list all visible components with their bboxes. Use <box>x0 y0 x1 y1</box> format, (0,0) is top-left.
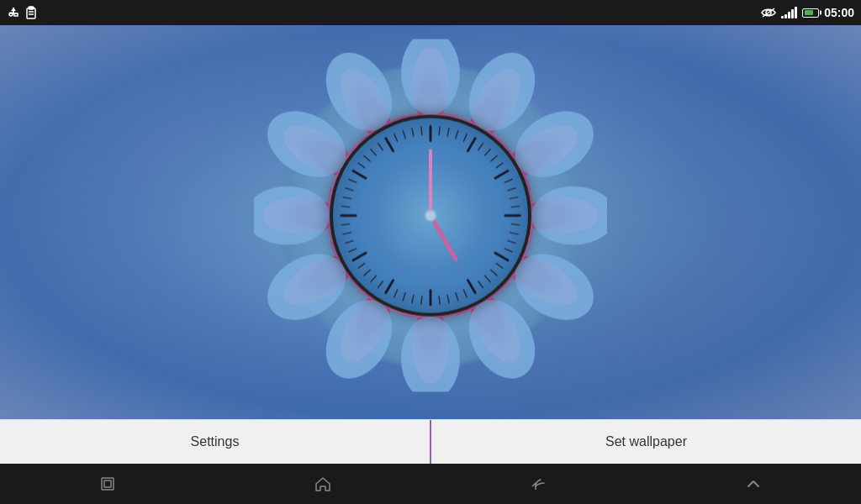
set-wallpaper-label: Set wallpaper <box>605 434 687 449</box>
svg-line-54 <box>485 149 490 155</box>
clock-face <box>330 114 531 316</box>
svg-line-50 <box>447 128 449 135</box>
svg-line-83 <box>343 232 351 234</box>
svg-rect-6 <box>27 8 35 18</box>
svg-line-82 <box>346 240 353 243</box>
back-icon <box>529 475 547 493</box>
svg-line-67 <box>485 276 490 281</box>
svg-line-68 <box>478 281 483 287</box>
svg-line-58 <box>508 187 515 190</box>
svg-line-75 <box>403 292 405 300</box>
svg-line-80 <box>358 263 365 268</box>
svg-line-86 <box>343 197 351 198</box>
svg-line-71 <box>447 295 449 302</box>
app-container: 05:00 <box>0 0 861 504</box>
settings-button[interactable]: Settings <box>0 420 430 464</box>
up-button[interactable] <box>733 467 774 501</box>
svg-line-42 <box>467 280 475 292</box>
svg-rect-100 <box>102 478 114 490</box>
svg-line-38 <box>467 138 475 150</box>
svg-line-95 <box>412 128 414 135</box>
battery-icon <box>802 8 819 18</box>
home-icon <box>314 475 332 493</box>
svg-line-48 <box>386 138 394 150</box>
clock-ring <box>330 114 531 316</box>
status-right-icons: 05:00 <box>761 6 854 19</box>
svg-rect-101 <box>104 480 111 487</box>
svg-line-47 <box>353 171 366 178</box>
svg-line-55 <box>491 155 497 160</box>
svg-line-97 <box>430 215 456 259</box>
status-bar: 05:00 <box>0 0 861 25</box>
clock-decoration <box>254 39 607 391</box>
svg-line-66 <box>491 270 497 275</box>
svg-line-77 <box>378 281 383 287</box>
svg-line-51 <box>456 130 458 138</box>
clock-marks <box>333 118 528 312</box>
recent-apps-button[interactable] <box>87 467 128 501</box>
svg-point-25 <box>401 39 460 114</box>
svg-line-88 <box>349 179 357 182</box>
svg-line-72 <box>439 296 440 304</box>
svg-line-84 <box>341 223 350 224</box>
svg-rect-7 <box>29 7 34 9</box>
home-button[interactable] <box>303 467 343 501</box>
svg-line-89 <box>358 163 365 168</box>
svg-line-85 <box>341 206 350 207</box>
svg-line-94 <box>403 130 405 138</box>
svg-line-53 <box>478 143 483 150</box>
svg-rect-4 <box>14 13 18 16</box>
up-icon <box>744 475 763 493</box>
svg-line-44 <box>386 280 394 292</box>
svg-line-93 <box>394 134 398 141</box>
svg-line-81 <box>349 248 357 251</box>
clipboard-icon <box>25 6 37 19</box>
svg-marker-1 <box>11 8 16 11</box>
svg-line-87 <box>346 187 353 190</box>
set-wallpaper-button[interactable]: Set wallpaper <box>431 420 861 464</box>
status-time: 05:00 <box>824 6 854 19</box>
svg-line-69 <box>463 289 467 297</box>
back-button[interactable] <box>518 467 558 501</box>
svg-line-78 <box>371 276 376 281</box>
svg-line-59 <box>510 197 518 198</box>
svg-point-34 <box>254 186 330 244</box>
status-left-icons <box>7 6 37 19</box>
svg-line-56 <box>496 163 503 168</box>
svg-line-41 <box>495 253 508 260</box>
svg-line-60 <box>511 206 520 207</box>
svg-line-73 <box>421 296 422 304</box>
action-bar: Settings Set wallpaper <box>0 419 861 464</box>
svg-point-99 <box>425 209 436 221</box>
svg-line-90 <box>364 155 370 160</box>
svg-line-52 <box>463 134 467 141</box>
settings-label: Settings <box>191 434 240 449</box>
svg-line-62 <box>510 232 518 234</box>
signal-icon <box>781 7 797 18</box>
svg-line-57 <box>504 179 512 182</box>
svg-line-65 <box>496 263 503 268</box>
navigation-bar <box>0 464 861 504</box>
svg-line-63 <box>508 240 515 243</box>
svg-line-64 <box>504 248 512 251</box>
svg-line-91 <box>371 149 376 155</box>
svg-point-28 <box>531 186 607 244</box>
svg-line-96 <box>421 126 422 134</box>
svg-line-39 <box>495 171 508 178</box>
svg-point-31 <box>401 316 460 391</box>
svg-line-92 <box>378 143 383 150</box>
svg-line-61 <box>511 223 520 224</box>
svg-line-49 <box>439 126 440 134</box>
svg-line-45 <box>353 253 366 260</box>
svg-line-70 <box>456 292 458 300</box>
eye-icon <box>761 7 776 18</box>
usb-icon <box>7 6 20 19</box>
recent-apps-icon <box>98 475 117 493</box>
wallpaper-preview <box>0 25 861 419</box>
svg-line-76 <box>394 289 398 297</box>
svg-line-74 <box>412 295 414 302</box>
svg-line-79 <box>364 270 370 275</box>
